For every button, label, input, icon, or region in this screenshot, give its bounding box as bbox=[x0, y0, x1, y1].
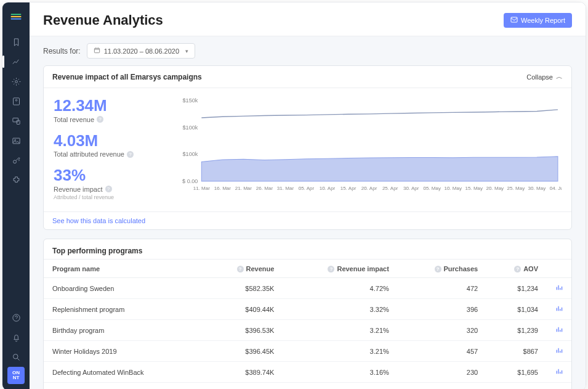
svg-point-0 bbox=[15, 80, 17, 83]
table-row[interactable]: Onboarding Sweden $582.35K 4.72% 472 $1,… bbox=[44, 278, 571, 299]
nav-settings-icon[interactable] bbox=[2, 73, 30, 90]
svg-text:$150k: $150k bbox=[183, 97, 198, 104]
table-row[interactable]: Winter Holidays 2019 $396.45K 3.21% 457 … bbox=[44, 341, 571, 362]
nav-key-icon[interactable] bbox=[2, 152, 30, 169]
svg-text:21. Mar: 21. Mar bbox=[235, 186, 252, 191]
nav-plugin-icon[interactable] bbox=[2, 171, 30, 189]
mail-icon bbox=[510, 17, 518, 24]
badge-line2: NT bbox=[13, 375, 20, 380]
cell-name: Replenishment program bbox=[44, 299, 203, 320]
app-logo bbox=[9, 10, 23, 23]
page-title: Revenue Analytics bbox=[43, 12, 163, 28]
table-row[interactable]: Win back churning customer $365.46K 2.96… bbox=[44, 383, 571, 389]
attributed-revenue-label: Total attributed revenue bbox=[54, 150, 124, 158]
svg-point-7 bbox=[13, 160, 16, 163]
help-icon[interactable]: ? bbox=[435, 266, 441, 272]
svg-text:25. Apr: 25. Apr bbox=[382, 186, 398, 191]
weekly-report-button[interactable]: Weekly Report bbox=[504, 13, 572, 28]
svg-text:11. Mar: 11. Mar bbox=[193, 186, 211, 191]
collapse-button[interactable]: Collapse ︿ bbox=[526, 72, 563, 81]
cell-revenue: $396.45K bbox=[203, 341, 283, 362]
svg-text:20. May: 20. May bbox=[486, 186, 504, 191]
svg-text:$ 0.00: $ 0.00 bbox=[182, 178, 198, 184]
svg-rect-11 bbox=[94, 48, 99, 52]
chevron-up-icon: ︿ bbox=[556, 72, 563, 81]
svg-text:05. Apr: 05. Apr bbox=[299, 186, 315, 191]
nav-devices-icon[interactable] bbox=[2, 112, 30, 129]
svg-text:10. May: 10. May bbox=[444, 186, 462, 191]
cell-revenue: $389.74K bbox=[203, 362, 283, 383]
results-for-label: Results for: bbox=[43, 47, 81, 55]
cell-impact: 3.21% bbox=[283, 341, 397, 362]
date-range-picker[interactable]: 11.03.2020 – 08.06.2020 ▾ bbox=[87, 43, 195, 59]
row-chart-button[interactable] bbox=[547, 383, 571, 389]
col-revenue: ?Revenue bbox=[203, 259, 283, 278]
svg-marker-16 bbox=[201, 157, 558, 181]
how-calculated-link[interactable]: See how this data is calculated bbox=[44, 211, 571, 229]
svg-text:$100k: $100k bbox=[183, 125, 198, 131]
row-chart-button[interactable] bbox=[547, 299, 571, 320]
cell-impact: 2.96% bbox=[283, 383, 397, 389]
nav-bookmark-icon[interactable] bbox=[2, 33, 30, 51]
nav-help-icon[interactable] bbox=[2, 309, 30, 326]
nav-image-icon[interactable] bbox=[2, 132, 30, 149]
svg-rect-10 bbox=[511, 17, 517, 22]
col-purchases: ?Purchases bbox=[398, 259, 486, 278]
svg-rect-3 bbox=[12, 118, 18, 121]
svg-text:20. Apr: 20. Apr bbox=[361, 186, 377, 191]
cell-name: Defecting Automated WinBack bbox=[44, 362, 203, 383]
table-row[interactable]: Birthday program $396.53K 3.21% 320 $1,2… bbox=[44, 320, 571, 341]
help-icon[interactable]: ? bbox=[105, 186, 112, 192]
help-icon[interactable]: ? bbox=[127, 151, 134, 158]
metrics-panel: 12.34M Total revenue? 4.03M Total attrib… bbox=[54, 97, 177, 207]
cell-impact: 4.72% bbox=[283, 278, 397, 299]
svg-text:15. Apr: 15. Apr bbox=[340, 186, 356, 191]
cell-purchases: 320 bbox=[398, 320, 486, 341]
cell-name: Birthday program bbox=[44, 320, 203, 341]
help-icon[interactable]: ? bbox=[328, 266, 334, 272]
programs-card: Top performing programs Program name ?Re… bbox=[43, 239, 572, 389]
cell-revenue: $409.44K bbox=[203, 299, 283, 320]
cell-purchases: 457 bbox=[398, 341, 486, 362]
row-chart-button[interactable] bbox=[547, 320, 571, 341]
cell-impact: 3.32% bbox=[283, 299, 397, 320]
svg-text:16. Mar: 16. Mar bbox=[214, 186, 232, 191]
impact-value: 33% bbox=[54, 166, 177, 184]
row-chart-button[interactable] bbox=[547, 341, 571, 362]
cell-name: Onboarding Sweden bbox=[44, 278, 203, 299]
cell-purchases: 230 bbox=[398, 362, 486, 383]
help-icon[interactable]: ? bbox=[237, 266, 244, 272]
sidebar: ON NT bbox=[2, 2, 30, 389]
programs-table: Program name ?Revenue ?Revenue impact ?P… bbox=[44, 259, 571, 389]
page-header: Revenue Analytics Weekly Report bbox=[30, 2, 586, 36]
nav-notifications-icon[interactable] bbox=[2, 329, 30, 346]
revenue-chart: $150k$100k$100k$ 0.0011. Mar16. Mar21. M… bbox=[177, 97, 562, 192]
collapse-label: Collapse bbox=[526, 73, 553, 81]
nav-search-icon[interactable] bbox=[2, 348, 30, 366]
svg-text:31. Mar: 31. Mar bbox=[277, 186, 294, 191]
nav-contacts-icon[interactable] bbox=[2, 92, 30, 110]
impact-sub: Attributed / total revenue bbox=[54, 194, 177, 200]
svg-text:30. Apr: 30. Apr bbox=[403, 186, 419, 191]
cell-impact: 3.21% bbox=[283, 320, 397, 341]
table-row[interactable]: Defecting Automated WinBack $389.74K 3.1… bbox=[44, 362, 571, 383]
cell-revenue: $365.46K bbox=[203, 383, 283, 389]
cell-revenue: $396.53K bbox=[203, 320, 283, 341]
toolbar: Results for: 11.03.2020 – 08.06.2020 ▾ bbox=[30, 36, 586, 65]
svg-point-8 bbox=[12, 314, 19, 321]
row-chart-button[interactable] bbox=[547, 278, 571, 299]
help-icon[interactable]: ? bbox=[514, 266, 521, 272]
nav-analytics-icon[interactable] bbox=[2, 53, 30, 70]
impact-label: Revenue impact bbox=[54, 186, 103, 193]
cell-name: Win back churning customer bbox=[44, 383, 203, 389]
impact-card-title: Revenue impact of all Emarsys campaigns bbox=[52, 73, 202, 81]
weekly-report-label: Weekly Report bbox=[521, 17, 565, 24]
svg-text:05. May: 05. May bbox=[423, 186, 441, 191]
total-revenue-label: Total revenue bbox=[54, 116, 94, 123]
help-icon[interactable]: ? bbox=[97, 116, 103, 123]
svg-text:25. May: 25. May bbox=[507, 186, 525, 191]
cell-aov: $867 bbox=[486, 341, 547, 362]
table-row[interactable]: Replenishment program $409.44K 3.32% 396… bbox=[44, 299, 571, 320]
user-badge[interactable]: ON NT bbox=[7, 367, 25, 384]
row-chart-button[interactable] bbox=[547, 362, 571, 383]
